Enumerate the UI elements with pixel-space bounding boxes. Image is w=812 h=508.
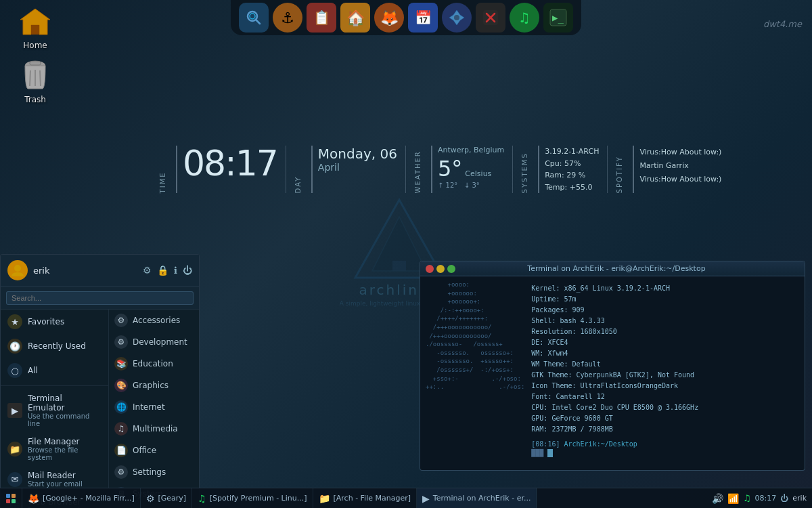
all-icon: ○ — [7, 363, 22, 378]
conky-spotify-content: Virus:How About low:) Martin Garrix Viru… — [639, 146, 721, 193]
taskbar-app-menu-btn[interactable] — [0, 488, 22, 508]
menu-item-terminal[interactable]: ▶ Terminal Emulator Use the command line — [1, 389, 108, 432]
terminal-window: Terminal on ArchErik - erik@ArchErik:~/D… — [420, 261, 805, 471]
menu-item-all[interactable]: ○ All — [1, 358, 108, 383]
conky-time-label: Time — [159, 146, 166, 193]
info-icon-theme: Icon Theme: UltraFlatIconsOrangeDark — [531, 381, 698, 391]
conky-track2: Virus:How About low:) — [639, 173, 721, 186]
info-cpu: CPU: Intel Core2 Duo CPU E8500 @ 3.166GH… — [531, 402, 698, 413]
conky-systems-section: Systems 3.19.2-1-ARCH Cpu: 57% Ram: 29 %… — [521, 146, 599, 193]
taskbar-spotify[interactable]: ♫ [Spotify Premium - Linu...] — [192, 488, 313, 508]
taskbar-username: erik — [792, 494, 807, 503]
terminal-app-label: Terminal Emulator — [28, 394, 102, 412]
taskbar-filemanager-label: [Arch - File Manager] — [334, 494, 411, 503]
terminal-maximize-btn[interactable] — [447, 265, 455, 273]
taskbar-terminal-label: Terminal on ArchErik - er... — [433, 494, 531, 503]
category-settings[interactable]: ⚙ Settings — [109, 461, 199, 483]
desktop-icon-trash[interactable]: Trash — [8, 60, 62, 104]
all-label: All — [28, 366, 38, 375]
terminal-cursor — [547, 449, 553, 457]
menu-item-favorites[interactable]: ★ Favorites — [1, 310, 108, 334]
graphics-cat-icon: 🎨 — [114, 379, 128, 392]
conky-weather-lo: ↓ 3° — [464, 182, 480, 189]
dock-search-icon[interactable] — [239, 3, 269, 33]
settings-cat-label: Settings — [133, 467, 166, 477]
taskbar-spotify-icon: ♫ — [198, 493, 206, 504]
recent-icon: 🕐 — [7, 339, 22, 354]
taskbar-filemanager[interactable]: 📁 [Arch - File Manager] — [313, 488, 418, 508]
menu-settings-icon[interactable]: ⚙ — [143, 265, 152, 276]
dock-calendar-icon[interactable]: 📅 — [408, 3, 438, 33]
tray-network-icon[interactable]: 🔊 — [712, 493, 723, 504]
app-menu-search — [1, 287, 199, 310]
svg-rect-16 — [30, 62, 41, 65]
favorites-icon: ★ — [7, 314, 22, 329]
conky-weather-unit: Celsius — [465, 169, 491, 178]
trash-icon-label: Trash — [24, 95, 46, 104]
svg-rect-22 — [12, 494, 16, 498]
conky-weather-section: Weather Antwerp, Belgium 5° Celsius ↑ 12… — [414, 146, 504, 193]
menu-power-icon[interactable]: ⏻ — [183, 265, 192, 276]
terminal-body[interactable]: +oooo: +oooooo: +oooooo+: /:-:++oooo+: /… — [420, 276, 805, 466]
tray-spotify-tray-icon[interactable]: ♫ — [743, 493, 751, 503]
dock-anchor-icon[interactable]: ⚓ — [273, 3, 302, 33]
dock-x-icon[interactable] — [476, 3, 505, 33]
terminal-minimize-btn[interactable] — [436, 265, 445, 273]
category-education[interactable]: 📚 Education — [109, 353, 199, 375]
terminal-close-btn[interactable] — [426, 265, 434, 273]
trash-bin-icon — [19, 60, 51, 92]
development-cat-icon: ⚙ — [114, 335, 128, 349]
search-input[interactable] — [6, 291, 194, 305]
category-development[interactable]: ⚙ Development — [109, 331, 199, 353]
dock-synapse-icon[interactable] — [442, 3, 472, 33]
desktop-icon-home[interactable]: Home — [8, 5, 62, 50]
conky-weather-label: Weather — [414, 146, 422, 193]
dock-firefox-icon[interactable]: 🦊 — [374, 3, 404, 33]
dock-files-icon[interactable]: 🏠 — [340, 3, 370, 33]
dock-notes-icon[interactable]: 📋 — [307, 3, 336, 33]
taskbar-clock: 08:17 — [755, 494, 777, 503]
info-kernel: Kernel: x86_64 Linux 3.19.2-1-ARCH — [531, 283, 698, 294]
svg-rect-19 — [392, 261, 406, 271]
category-office[interactable]: 📄 Office — [109, 440, 199, 461]
conky-systems-content: 3.19.2-1-ARCH Cpu: 57% Ram: 29 % Temp: +… — [545, 146, 599, 193]
taskbar-firefox-label: [Google+ - Mozilla Firr...] — [43, 494, 135, 503]
development-cat-label: Development — [133, 337, 187, 347]
tray-power-icon[interactable]: ⏻ — [780, 494, 788, 503]
menu-item-filemanager[interactable]: 📁 File Manager Browse the file system — [1, 432, 108, 466]
menu-info-icon[interactable]: ℹ — [174, 265, 177, 276]
conky-time-section: Time 08:17 — [159, 146, 277, 193]
category-accessories[interactable]: ⚙ Accessories — [109, 310, 199, 331]
settings-cat-icon: ⚙ — [114, 465, 128, 479]
info-uptime: Uptime: 57m — [531, 294, 698, 305]
taskbar-terminal[interactable]: ▶ Terminal on ArchErik - er... — [417, 488, 537, 508]
svg-line-15 — [40, 70, 41, 86]
filemanager-app-sub: Browse the file system — [28, 446, 102, 461]
recent-label: Recently Used — [28, 341, 86, 351]
info-packages: Packages: 909 — [531, 305, 698, 316]
category-internet[interactable]: 🌐 Internet — [109, 396, 199, 418]
menu-item-recent[interactable]: 🕐 Recently Used — [1, 334, 108, 358]
dock-terminal-icon[interactable]: ▶_ — [543, 3, 573, 33]
conky-day-sub: April — [318, 162, 397, 173]
home-folder-icon — [19, 5, 51, 38]
mail-app-sub: Start your email — [28, 480, 83, 488]
conky-cpu: Cpu: 57% — [545, 158, 599, 170]
terminal-input-line: ███ — [531, 449, 547, 457]
menu-lock-icon[interactable]: 🔒 — [157, 265, 168, 276]
user-avatar — [7, 260, 28, 280]
filemanager-app-label: File Manager — [28, 437, 102, 446]
conky-weather-location: Antwerp, Belgium — [438, 146, 504, 154]
education-cat-label: Education — [133, 359, 173, 368]
menu-separator — [1, 385, 108, 386]
info-wm: WM: Xfwm4 — [531, 348, 698, 359]
dock-spotify-icon[interactable]: ♫ — [510, 3, 539, 33]
info-gpu: GPU: GeForce 9600 GT — [531, 413, 698, 424]
taskbar-firefox[interactable]: 🦊 [Google+ - Mozilla Firr...] — [22, 488, 141, 508]
category-graphics[interactable]: 🎨 Graphics — [109, 375, 199, 396]
category-multimedia[interactable]: ♫ Multimedia — [109, 418, 199, 440]
tray-wifi-icon[interactable]: 📶 — [727, 493, 739, 504]
terminal-prompt-dir: ArchErik:~/Desktop — [564, 440, 637, 448]
conky-spotify-label: Spotify — [616, 146, 623, 193]
taskbar-geary[interactable]: ⚙ [Geary] — [141, 488, 192, 508]
